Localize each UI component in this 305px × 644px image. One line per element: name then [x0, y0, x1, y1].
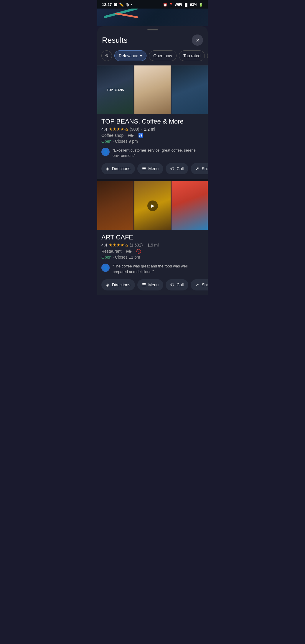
call-icon-cafe: ✆ — [170, 282, 174, 288]
filter-tune-button[interactable]: ⚙ — [101, 50, 112, 61]
review-row-top-beans: 👤 "Excellent customer service, great cof… — [97, 148, 208, 158]
meta-row-top-beans: Coffee shop · ₦₦ · ♿ — [101, 133, 204, 138]
sheet-handle-bar — [147, 29, 158, 30]
edit-icon: ✏️ — [119, 2, 124, 7]
location-icon: ◎ — [126, 2, 129, 7]
price-range-cafe: ₦₦ — [126, 249, 131, 254]
call-label: Call — [177, 166, 184, 171]
separator-dot-cafe: · — [144, 243, 146, 247]
battery-icon: 🔋 — [199, 3, 203, 7]
chevron-down-icon: ▾ — [140, 53, 142, 58]
call-label-cafe: Call — [177, 282, 184, 287]
category-cafe: Restaurant — [101, 249, 121, 254]
place-name-art-cafe: ART CAFE — [101, 234, 204, 241]
menu-label-cafe: Menu — [148, 282, 159, 287]
photo-cafe-2-burger: ▶ — [134, 181, 171, 230]
accessible-icon: ♿ — [138, 133, 143, 138]
relevance-label: Relevance — [119, 53, 138, 58]
share-icon-cafe: ⤢ — [195, 282, 199, 288]
action-buttons-art-cafe: ◈ Directions ☰ Menu ✆ Call ⤢ Share — [97, 278, 208, 295]
filter-top-rated[interactable]: Top rated — [179, 50, 205, 61]
photo-cafe-1-coffee — [97, 181, 133, 230]
directions-icon-cafe: ◈ — [106, 282, 110, 288]
close-button[interactable]: ✕ — [192, 34, 203, 46]
review-row-art-cafe: 👤 "The coffee was great and the food was… — [97, 264, 208, 274]
image-icon: 🖼 — [113, 2, 117, 7]
share-icon: ⤢ — [195, 166, 199, 171]
closes-time-text: Closes 9 pm — [115, 139, 138, 144]
share-button-cafe[interactable]: ⤢ Share — [191, 279, 208, 290]
pin-icon: 📍 — [169, 3, 173, 7]
call-button-cafe[interactable]: ✆ Call — [166, 279, 188, 290]
share-button[interactable]: ⤢ Share — [191, 163, 208, 174]
review-avatar: 👤 — [101, 148, 110, 156]
menu-button-cafe[interactable]: ☰ Menu — [137, 279, 163, 290]
meta-row-art-cafe: Restaurant · ₦₦ · 🚫 — [101, 249, 204, 254]
directions-label-cafe: Directions — [112, 282, 130, 287]
photos-row-2[interactable]: ▶ — [97, 181, 208, 230]
closes-sep-cafe: · — [113, 255, 115, 259]
call-button[interactable]: ✆ Call — [166, 163, 188, 174]
closes-time-cafe: Closes 11 pm — [115, 255, 140, 259]
rating-row-art-cafe: 4.4 ★★★★½ (1,602) · 1.9 mi — [101, 242, 204, 248]
category: Coffee shop — [101, 133, 123, 138]
wifi-icon: WiFi — [175, 3, 182, 7]
open-now-label: Open now — [153, 53, 172, 58]
menu-button[interactable]: ☰ Menu — [137, 163, 163, 174]
filter-open-now[interactable]: Open now — [149, 50, 177, 61]
alarm-icon: ⏰ — [163, 3, 167, 7]
open-status: Open — [101, 139, 111, 144]
share-label-cafe: Share — [202, 282, 208, 287]
review-count: (908) — [130, 127, 139, 132]
separator-dot: · — [141, 127, 142, 132]
status-time: 12:27 — [102, 2, 112, 7]
filter-relevance[interactable]: Relevance ▾ — [114, 50, 146, 61]
filter-w[interactable]: W... — [207, 50, 208, 61]
sheet-header: Results ✕ — [97, 32, 208, 49]
dot-sep2: · — [135, 133, 136, 138]
sheet-handle — [97, 26, 208, 32]
status-right: ⏰ 📍 WiFi ▐▌ 93% 🔋 — [163, 3, 203, 7]
battery-level: 93% — [190, 3, 197, 7]
tune-icon: ⚙ — [105, 53, 109, 58]
rating-number: 4.4 — [101, 127, 107, 132]
place-card-art-cafe: ▶ ART CAFE 4.4 ★★★★½ (1,602) · 1.9 mi Re… — [97, 181, 208, 295]
photo-2-coffee — [134, 65, 171, 114]
status-left: 12:27 🖼 ✏️ ◎ • — [102, 2, 132, 7]
page-title: Results — [102, 36, 128, 45]
filter-bar: ⚙ Relevance ▾ Open now Top rated W... — [97, 49, 208, 65]
place-info-top-beans: TOP BEANS. Coffee & More 4.4 ★★★★½ (908)… — [97, 114, 208, 148]
menu-label: Menu — [148, 166, 159, 171]
signal-icon: ▐▌ — [184, 3, 189, 7]
call-icon: ✆ — [170, 166, 174, 171]
close-icon: ✕ — [196, 37, 200, 43]
top-rated-label: Top rated — [183, 53, 200, 58]
place-card-top-beans: TOP BEANS. Coffee & More 4.4 ★★★★½ (908)… — [97, 65, 208, 179]
rating-row-top-beans: 4.4 ★★★★½ (908) · 1.2 mi — [101, 126, 204, 132]
no-accessible-icon: 🚫 — [136, 249, 141, 254]
distance-cafe: 1.9 mi — [147, 243, 159, 247]
user-icon: 👤 — [103, 150, 108, 154]
directions-button-cafe[interactable]: ◈ Directions — [101, 279, 135, 290]
directions-button[interactable]: ◈ Directions — [101, 163, 135, 174]
map-background — [97, 9, 208, 26]
status-row-top-beans: Open · Closes 9 pm — [101, 139, 204, 144]
review-count-cafe: (1,602) — [130, 243, 143, 247]
section-divider — [97, 179, 208, 181]
photo-1-storefront — [97, 65, 133, 114]
directions-icon: ◈ — [106, 166, 110, 171]
dot-indicator: • — [131, 2, 132, 7]
play-icon: ▶ — [151, 203, 154, 208]
place-name-top-beans: TOP BEANS. Coffee & More — [101, 118, 204, 125]
open-status-cafe: Open — [101, 255, 111, 259]
status-row-art-cafe: Open · Closes 11 pm — [101, 255, 204, 259]
action-buttons-top-beans: ◈ Directions ☰ Menu ✆ Call ⤢ Share — [97, 162, 208, 179]
play-button[interactable]: ▶ — [147, 201, 158, 211]
review-text: "Excellent customer service, great coffe… — [113, 148, 204, 158]
share-label: Share — [202, 166, 208, 171]
photos-row-1[interactable] — [97, 65, 208, 114]
closes-time: · — [113, 139, 115, 144]
menu-icon: ☰ — [142, 166, 146, 171]
stars-icon: ★★★★½ — [109, 126, 128, 132]
review-avatar-cafe: 👤 — [101, 264, 110, 272]
